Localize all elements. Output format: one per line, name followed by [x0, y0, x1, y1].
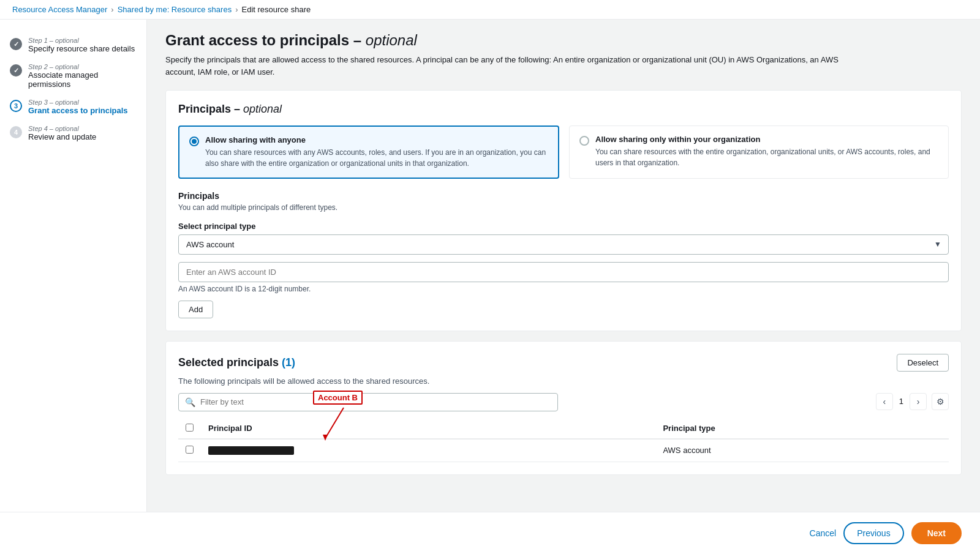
- step4-optional: Step 4 – optional: [28, 125, 96, 132]
- radio-option-anyone[interactable]: Allow sharing with anyone You can share …: [178, 125, 559, 179]
- step3-title: Grant access to principals: [28, 106, 128, 115]
- breadcrumb-sep1: ›: [111, 5, 113, 14]
- step1-indicator: ✓: [10, 38, 22, 50]
- step2-label: Step 2 – optional Associate managed perm…: [28, 63, 137, 89]
- search-annotation-container: 🔍 Account B: [178, 393, 558, 411]
- step4-title: Review and update: [28, 132, 96, 141]
- step1-title: Specify resource share details: [28, 44, 135, 53]
- header-checkbox-cell: [178, 419, 201, 439]
- principal-id-cell: [201, 439, 641, 462]
- header-checkbox[interactable]: [186, 424, 194, 432]
- step1-optional: Step 1 – optional: [28, 37, 135, 44]
- breadcrumb-link-shares[interactable]: Shared by me: Resource shares: [118, 5, 232, 14]
- selected-principals-title: Selected principals (1): [178, 356, 295, 369]
- page-title: Grant access to principals – optional: [165, 32, 962, 49]
- radio-options: Allow sharing with anyone You can share …: [178, 125, 949, 179]
- selected-principals-desc: The following principals will be allowed…: [178, 376, 949, 386]
- step4-indicator: 4: [10, 126, 22, 138]
- breadcrumb: Resource Access Manager › Shared by me: …: [0, 0, 980, 20]
- table-header-row: Selected principals (1) Deselect: [178, 354, 949, 372]
- radio-org-circle: [579, 136, 589, 146]
- page-number: 1: [895, 397, 907, 406]
- row-checkbox[interactable]: [186, 446, 194, 454]
- page-nav: ‹ 1 ›: [876, 393, 927, 410]
- col-header-separator: [641, 419, 655, 439]
- principal-type-cell: AWS account: [655, 439, 949, 462]
- table-head: Principal ID Principal type: [178, 419, 949, 439]
- prev-page-button[interactable]: ‹: [876, 393, 893, 410]
- settings-button[interactable]: ⚙: [932, 393, 949, 410]
- breadcrumb-sep2: ›: [235, 5, 238, 14]
- footer: Cancel Previous Next: [0, 512, 980, 554]
- breadcrumb-current: Edit resource share: [241, 5, 311, 14]
- deselect-button[interactable]: Deselect: [897, 354, 949, 372]
- page-title-optional: optional: [366, 32, 417, 48]
- select-principal-label: Select principal type: [178, 222, 949, 231]
- radio-anyone-label: Allow sharing with anyone: [205, 135, 548, 144]
- principals-card: Principals – optional Allow sharing with…: [165, 90, 962, 331]
- row-separator: [641, 439, 655, 462]
- sidebar-item-step2[interactable]: ✓ Step 2 – optional Associate managed pe…: [0, 58, 146, 94]
- step2-title: Associate managed permissions: [28, 70, 137, 89]
- step1-label: Step 1 – optional Specify resource share…: [28, 37, 135, 53]
- radio-anyone-desc: You can share resources with any AWS acc…: [205, 148, 546, 168]
- table-controls: ‹ 1 › ⚙: [876, 393, 949, 410]
- account-id-input[interactable]: [178, 262, 949, 282]
- sidebar: ✓ Step 1 – optional Specify resource sha…: [0, 20, 147, 551]
- main-content: Grant access to principals – optional Sp…: [147, 20, 980, 551]
- radio-org-label: Allow sharing only within your organizat…: [595, 135, 938, 144]
- principals-card-title: Principals – optional: [178, 103, 949, 116]
- selected-principals-card: Selected principals (1) Deselect The fol…: [165, 341, 962, 475]
- table-title-container: Selected principals (1): [178, 356, 295, 369]
- sidebar-item-step4[interactable]: 4 Step 4 – optional Review and update: [0, 120, 146, 146]
- redacted-principal-id: [208, 446, 294, 455]
- step2-optional: Step 2 – optional: [28, 63, 137, 70]
- col-header-principal-id: Principal ID: [201, 419, 641, 439]
- step3-indicator: 3: [10, 100, 22, 112]
- svg-line-0: [325, 408, 344, 438]
- next-page-button[interactable]: ›: [910, 393, 927, 410]
- main-layout: ✓ Step 1 – optional Specify resource sha…: [0, 20, 980, 551]
- step4-label: Step 4 – optional Review and update: [28, 125, 96, 141]
- breadcrumb-link-ram[interactable]: Resource Access Manager: [12, 5, 107, 14]
- table-row: AWS account: [178, 439, 949, 462]
- principals-optional: optional: [243, 103, 282, 115]
- principals-section-label: Principals: [178, 191, 949, 201]
- annotation-arrow: [325, 408, 374, 444]
- radio-org-content: Allow sharing only within your organizat…: [595, 135, 938, 168]
- table-header: Principal ID Principal type: [178, 419, 949, 439]
- principals-table: Principal ID Principal type: [178, 419, 949, 462]
- step3-optional: Step 3 – optional: [28, 99, 128, 106]
- step2-indicator: ✓: [10, 64, 22, 77]
- radio-anyone-content: Allow sharing with anyone You can share …: [205, 135, 548, 169]
- col-header-principal-type: Principal type: [655, 419, 949, 439]
- filter-input[interactable]: [200, 397, 551, 406]
- cancel-button[interactable]: Cancel: [810, 528, 837, 538]
- principal-type-select-wrapper: AWS account IAM role IAM user Organizati…: [178, 234, 949, 255]
- principal-count: (1): [282, 356, 295, 369]
- page-subtitle: Specify the principals that are allowed …: [165, 54, 839, 78]
- annotation-label: Account B: [313, 391, 363, 405]
- step3-label: Step 3 – optional Grant access to princi…: [28, 99, 128, 115]
- next-button[interactable]: Next: [911, 522, 962, 544]
- previous-button[interactable]: Previous: [843, 522, 903, 544]
- add-button[interactable]: Add: [178, 301, 213, 318]
- radio-org-desc: You can share resources with the entire …: [595, 148, 930, 167]
- principal-type-select[interactable]: AWS account IAM role IAM user Organizati…: [178, 234, 949, 255]
- radio-anyone-circle: [189, 137, 199, 146]
- principals-section-desc: You can add multiple principals of diffe…: [178, 203, 949, 212]
- account-id-hint: An AWS account ID is a 12-digit number.: [178, 285, 949, 293]
- row-checkbox-cell: [178, 439, 201, 462]
- radio-option-org[interactable]: Allow sharing only within your organizat…: [569, 125, 949, 179]
- sidebar-item-step1[interactable]: ✓ Step 1 – optional Specify resource sha…: [0, 32, 146, 58]
- sidebar-item-step3[interactable]: 3 Step 3 – optional Grant access to prin…: [0, 94, 146, 120]
- table-body: AWS account: [178, 439, 949, 462]
- search-icon: 🔍: [185, 397, 195, 407]
